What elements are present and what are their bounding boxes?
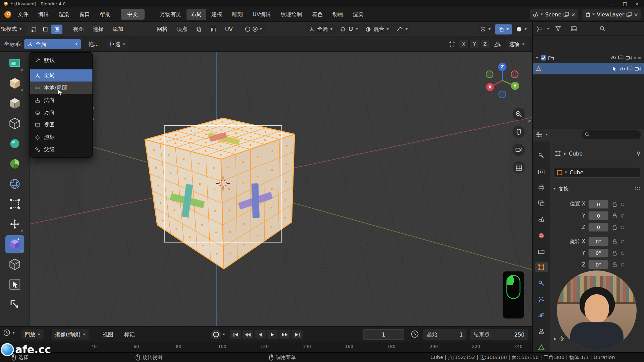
mirror-z-button[interactable]: Z [480,40,490,49]
navigation-gizmo[interactable]: Z X Y [484,62,521,100]
monitor-icon[interactable] [627,66,633,71]
workspace-tab-0[interactable]: 万物有灵 [155,9,186,20]
keying-dropdown[interactable]: 抠像(插帧) [52,329,89,340]
ortho-grid-button[interactable] [513,161,525,174]
tool-button-4[interactable] [5,115,24,133]
lock-icon[interactable] [612,239,617,244]
workspace-tab-uv[interactable]: UV编辑 [248,9,275,20]
menu-face[interactable]: 面 [207,25,220,33]
tool-button-11[interactable] [5,255,24,274]
eye-icon[interactable] [610,56,616,60]
menu-file[interactable]: 文件 [13,9,33,20]
mirror-x-button[interactable]: X [459,40,469,49]
outliner-editor-icon[interactable] [537,26,543,32]
tab-collection[interactable] [535,246,548,256]
menu-add[interactable]: 添加 [108,25,127,33]
zoom-button[interactable] [513,108,525,120]
overlays-dropdown[interactable] [477,24,494,35]
animate-dot[interactable] [621,263,624,266]
tab-output[interactable] [535,183,548,192]
play-reverse-button[interactable] [255,330,266,339]
proportional-edit-group[interactable] [242,24,266,35]
current-frame-field[interactable]: 1 [363,329,404,340]
outliner-object-row-selected[interactable] [533,63,644,74]
timeline-view-menu[interactable]: 视图 [99,331,117,338]
tab-world[interactable] [535,231,548,240]
orientation-item-gimbal[interactable]: 万向 [30,106,92,119]
viewlayer-selector[interactable]: ViewLayer × [582,9,641,20]
panel-options-icon[interactable] [635,187,640,191]
location-z-field[interactable]: 0 [589,223,608,232]
menu-edit[interactable]: 编辑 [34,9,53,20]
lock-icon[interactable] [612,201,617,207]
menu-uv[interactable]: UV [221,26,237,32]
breadcrumb-object[interactable]: Cube [569,150,583,157]
scene-selector[interactable]: Scene × [530,9,578,20]
animate-dot[interactable] [621,202,624,206]
transform-section-header[interactable]: 变换 [553,185,640,192]
workspace-tab-texpaint[interactable]: 纹理绘制 [276,9,307,20]
orientation-item-default[interactable]: 默认 [30,54,92,67]
workspace-tab-shading[interactable]: 着色 [307,9,327,20]
viewport-3d[interactable] [30,52,532,326]
tool-button-8[interactable] [5,195,24,213]
photo-icon[interactable] [571,26,577,32]
tab-physics[interactable] [535,310,548,320]
blend-dropdown[interactable]: 混合 [363,24,392,35]
orientation-item-cursor[interactable]: 游标 [30,131,92,143]
workspace-tab-sculpt[interactable]: 雕刻 [227,9,247,20]
lock-icon[interactable] [612,225,617,230]
box-select-dropdown[interactable]: 框选 [106,39,128,49]
tool-button-1[interactable] [5,54,24,72]
tool-button-2[interactable] [5,74,24,93]
menu-edge[interactable]: 边 [192,25,206,33]
snap-group[interactable] [337,24,362,35]
rotation-x-field[interactable]: 0° [589,237,608,246]
select-mode-vertex-button[interactable] [28,24,39,34]
timeline-markers-menu[interactable]: 标记 [120,331,139,338]
unlink-scene-icon[interactable]: × [571,11,575,17]
expand-icon[interactable] [536,57,538,59]
coord-dropdown[interactable]: 全局 [24,39,81,49]
options-dropdown[interactable]: 选项 [505,39,528,49]
properties-editor-icon[interactable] [536,132,542,137]
next-keyframe-button[interactable] [279,330,290,339]
tool-button-5[interactable] [5,135,24,153]
properties-search-field[interactable] [582,130,641,139]
animate-dot[interactable] [621,226,624,229]
tool-button-13[interactable] [5,296,24,314]
timeline-editor-menu[interactable] [3,329,15,336]
workspace-tab-render[interactable]: 渲染 [348,9,368,20]
jump-to-end-button[interactable] [291,330,303,339]
pan-button[interactable] [513,126,525,138]
search-icon[interactable] [600,26,605,32]
panel-collapse-arrow[interactable]: < [527,118,531,124]
tab-object[interactable] [535,262,548,272]
language-button[interactable]: 中文 [121,9,145,20]
menu-view[interactable]: 视图 [69,25,88,33]
tab-viewlayer[interactable] [535,198,548,208]
remove-viewlayer-icon[interactable]: × [634,11,638,17]
tab-scene[interactable] [535,215,548,224]
gizmo-z-neg[interactable] [499,91,506,98]
collapsed-section[interactable]: 变 [554,335,565,343]
tab-render[interactable] [535,167,548,176]
orientation-item-view[interactable]: 视图 [30,119,92,131]
jump-to-start-button[interactable] [230,330,241,339]
checkbox-checked-icon[interactable] [540,55,546,60]
falloff-dropdown[interactable] [393,24,411,35]
tool-button-extrude[interactable] [5,235,24,253]
tab-particles[interactable] [535,294,548,304]
gizmo-y-neg[interactable] [486,71,493,78]
playback-dropdown[interactable]: 回放 [21,329,44,340]
select-mode-face-button[interactable] [51,24,62,34]
xray-toggle[interactable] [495,24,512,35]
lock-icon[interactable] [612,250,617,256]
use-preview-range-icon[interactable] [411,330,419,338]
animate-dot[interactable] [621,214,624,218]
eye-icon[interactable] [620,67,625,71]
menu-window[interactable]: 窗口 [75,9,95,20]
camera-icon[interactable] [635,66,641,71]
shading-dropdown[interactable] [513,24,530,35]
lock-icon[interactable] [612,213,617,219]
